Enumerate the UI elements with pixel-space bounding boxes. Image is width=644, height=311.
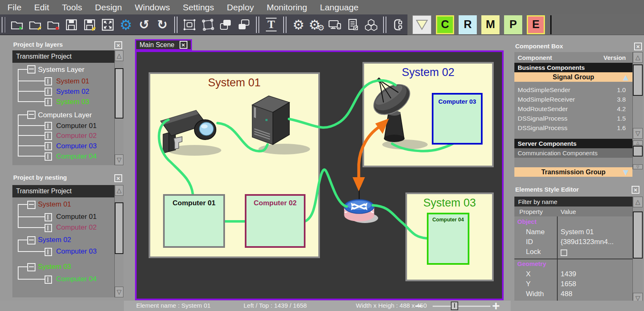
group-transmission[interactable]: Transmission Group ▼ <box>514 167 632 177</box>
menu-settings[interactable]: Settings <box>183 2 214 12</box>
section-business-components[interactable]: Business Components <box>514 63 632 72</box>
deploy-devices-icon[interactable] <box>327 16 342 33</box>
menu-design[interactable]: Design <box>95 2 122 12</box>
component-sub-scrollbar[interactable]: △ ▽ <box>632 140 643 169</box>
camera-icon[interactable] <box>157 108 225 155</box>
scroll-down-icon[interactable]: ▽ <box>115 287 123 297</box>
collapse-up-icon[interactable]: ▲ <box>623 73 628 81</box>
property-row-name[interactable]: Name System 01 <box>514 228 632 238</box>
report-check-icon[interactable] <box>346 16 360 33</box>
zoom-slider-track[interactable] <box>433 306 490 307</box>
layer-item-icon[interactable] <box>45 248 52 256</box>
collapse-node-icon[interactable] <box>27 65 36 74</box>
close-icon[interactable]: × <box>114 174 122 182</box>
scene-tab[interactable]: Main Scene × <box>135 39 192 50</box>
close-icon[interactable]: × <box>632 186 639 194</box>
tree-item-computer-01[interactable]: Computer 01 <box>56 211 97 222</box>
group-signal[interactable]: Signal Group ▲ <box>514 72 632 82</box>
quick-button-p[interactable]: P <box>504 15 522 34</box>
zoom-in-button[interactable]: + <box>492 298 500 311</box>
component-item[interactable]: ModRouteSender4.2 <box>514 104 632 114</box>
tree-item-systems-layer[interactable]: Systems Layer <box>38 64 84 75</box>
collapse-node-icon[interactable] <box>27 263 36 271</box>
tree-item-system-03[interactable]: System 03 <box>38 261 71 272</box>
quick-button-r[interactable]: R <box>459 15 477 34</box>
menu-monitoring[interactable]: Monitoring <box>267 2 307 12</box>
property-row-lock[interactable]: Lock <box>514 248 632 258</box>
tree-item-computer-04[interactable]: Computer 04 <box>56 274 97 285</box>
layer-item-icon[interactable] <box>45 77 52 85</box>
layer-item-icon[interactable] <box>45 88 52 96</box>
process-gears-icon[interactable]: ⚙⚙ <box>309 16 324 33</box>
zoom-slider-thumb[interactable] <box>451 302 458 310</box>
close-icon[interactable]: × <box>180 41 187 49</box>
nesting-root-row[interactable]: Transmitter Project <box>12 185 114 197</box>
modules-cubes-icon[interactable] <box>364 16 379 33</box>
undo-icon[interactable]: ↺ <box>137 16 152 33</box>
close-icon[interactable]: × <box>634 43 642 50</box>
tree-item-system-01[interactable]: System 01 <box>56 76 89 86</box>
send-to-back-icon[interactable] <box>237 16 251 33</box>
computer-03-box[interactable]: Computer 03 <box>432 93 483 145</box>
tree-item-computer-04[interactable]: Computer 04 <box>56 151 97 161</box>
bring-to-front-icon[interactable] <box>218 16 233 33</box>
triangle-dropdown-icon[interactable] <box>412 15 431 34</box>
lock-checkbox[interactable] <box>561 249 567 256</box>
layer-item-icon[interactable] <box>45 213 52 221</box>
property-row-width[interactable]: Width 488 <box>514 290 632 300</box>
new-project-folder-icon[interactable] <box>9 16 24 33</box>
layer-item-icon[interactable] <box>45 98 52 106</box>
filter-by-name-input[interactable]: Filter by name <box>514 197 632 207</box>
group-select-icon[interactable] <box>182 16 197 33</box>
nesting-scrollbar[interactable]: △ ▽ <box>114 185 123 297</box>
menu-tools[interactable]: Tools <box>62 2 82 12</box>
tree-item-computer-02[interactable]: Computer 02 <box>56 131 97 141</box>
scrollbar-thumb[interactable] <box>115 202 123 254</box>
scroll-down-icon[interactable]: ▽ <box>633 128 643 139</box>
menu-windows[interactable]: Windows <box>135 2 170 12</box>
computer-02-box[interactable]: Computer 02 <box>245 194 305 248</box>
close-icon[interactable]: × <box>114 41 122 49</box>
scrollbar-thumb[interactable] <box>633 146 643 157</box>
layers-root-row[interactable]: Transmitter Project <box>12 50 114 63</box>
scroll-up-icon[interactable]: △ <box>115 185 123 196</box>
scrollbar-thumb[interactable] <box>115 68 123 119</box>
quick-button-m[interactable]: M <box>481 15 500 34</box>
layer-item-icon[interactable] <box>45 152 52 161</box>
scroll-up-icon[interactable]: △ <box>633 52 643 63</box>
open-project-folder-icon[interactable] <box>28 16 43 33</box>
tree-item-system-03[interactable]: System 03 <box>56 97 89 107</box>
style-editor-scrollbar[interactable]: △ ▽ <box>632 197 643 304</box>
settings-gear-icon[interactable]: ⚙ <box>118 16 133 33</box>
menu-deploy[interactable]: Deploy <box>227 2 254 12</box>
component-item[interactable]: DSSignalProcess1.6 <box>514 123 632 133</box>
layer-item-icon[interactable] <box>45 275 52 284</box>
toolbar-grip[interactable] <box>2 17 5 33</box>
tree-item-system-02[interactable]: System 02 <box>38 235 71 245</box>
collapse-node-icon[interactable] <box>27 201 36 209</box>
property-row-x[interactable]: X 1439 <box>514 270 632 280</box>
section-server-components[interactable]: Server Components <box>514 139 632 148</box>
computer-01-box[interactable]: Computer 01 <box>163 194 225 248</box>
router-icon[interactable] <box>343 185 380 225</box>
satellite-dish-icon[interactable] <box>367 77 417 145</box>
tree-item-computer-01[interactable]: Computer 01 <box>56 121 97 131</box>
collapse-node-icon[interactable] <box>27 236 36 245</box>
save-as-icon[interactable] <box>82 16 97 33</box>
layer-item-icon[interactable] <box>45 142 52 150</box>
quick-button-e[interactable]: E <box>527 15 545 34</box>
quick-button-c[interactable]: C <box>436 15 454 34</box>
collapse-down-icon[interactable]: ▼ <box>623 168 628 176</box>
layer-item-icon[interactable] <box>45 224 52 232</box>
computer-04-box[interactable]: Computer 04 <box>427 213 469 265</box>
save-icon[interactable] <box>64 16 79 33</box>
text-tool-icon[interactable]: T <box>264 16 279 33</box>
menu-file[interactable]: File <box>7 2 21 12</box>
tree-item-system-02[interactable]: System 02 <box>56 86 89 97</box>
component-scrollbar[interactable]: △ ▽ <box>632 52 643 139</box>
menu-language[interactable]: Language <box>320 2 358 12</box>
tree-item-computer-03[interactable]: Computer 03 <box>56 246 97 257</box>
layer-item-icon[interactable] <box>45 122 52 130</box>
zoom-out-button[interactable]: − <box>415 299 422 311</box>
fit-screen-icon[interactable] <box>100 16 115 33</box>
